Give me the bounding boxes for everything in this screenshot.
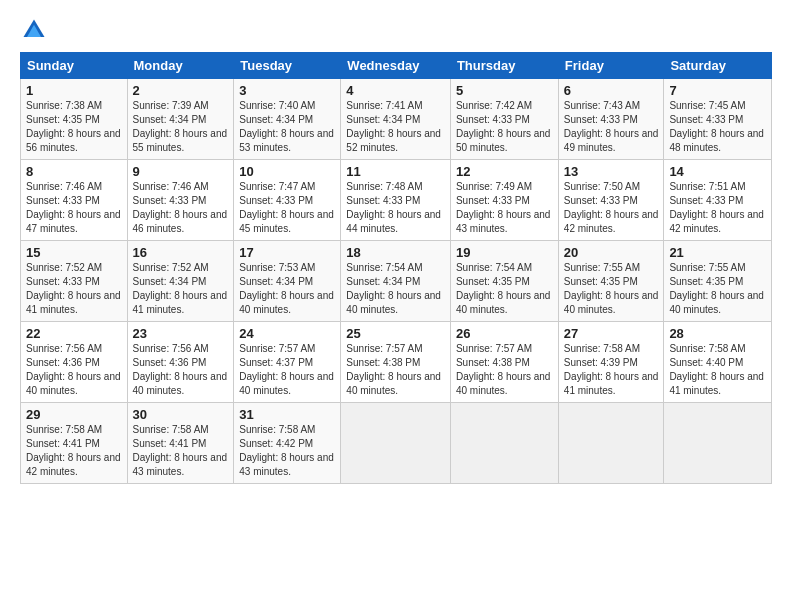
day-number: 17 [239,245,335,260]
calendar-cell: 8Sunrise: 7:46 AMSunset: 4:33 PMDaylight… [21,160,128,241]
day-number: 6 [564,83,659,98]
day-number: 10 [239,164,335,179]
day-number: 16 [133,245,229,260]
day-number: 2 [133,83,229,98]
day-info: Sunrise: 7:58 AMSunset: 4:41 PMDaylight:… [26,423,122,479]
day-info: Sunrise: 7:53 AMSunset: 4:34 PMDaylight:… [239,261,335,317]
header [20,16,772,44]
calendar-cell: 17Sunrise: 7:53 AMSunset: 4:34 PMDayligh… [234,241,341,322]
calendar-week-row: 15Sunrise: 7:52 AMSunset: 4:33 PMDayligh… [21,241,772,322]
day-info: Sunrise: 7:43 AMSunset: 4:33 PMDaylight:… [564,99,659,155]
calendar-cell [664,403,772,484]
day-info: Sunrise: 7:46 AMSunset: 4:33 PMDaylight:… [26,180,122,236]
day-info: Sunrise: 7:39 AMSunset: 4:34 PMDaylight:… [133,99,229,155]
calendar-week-row: 22Sunrise: 7:56 AMSunset: 4:36 PMDayligh… [21,322,772,403]
calendar-cell: 31Sunrise: 7:58 AMSunset: 4:42 PMDayligh… [234,403,341,484]
day-header: Thursday [450,53,558,79]
day-info: Sunrise: 7:47 AMSunset: 4:33 PMDaylight:… [239,180,335,236]
day-header: Monday [127,53,234,79]
page: SundayMondayTuesdayWednesdayThursdayFrid… [0,0,792,494]
day-number: 8 [26,164,122,179]
calendar-cell: 28Sunrise: 7:58 AMSunset: 4:40 PMDayligh… [664,322,772,403]
day-number: 5 [456,83,553,98]
day-number: 28 [669,326,766,341]
day-info: Sunrise: 7:58 AMSunset: 4:40 PMDaylight:… [669,342,766,398]
calendar-cell: 4Sunrise: 7:41 AMSunset: 4:34 PMDaylight… [341,79,451,160]
day-info: Sunrise: 7:40 AMSunset: 4:34 PMDaylight:… [239,99,335,155]
day-number: 13 [564,164,659,179]
calendar-cell: 30Sunrise: 7:58 AMSunset: 4:41 PMDayligh… [127,403,234,484]
day-number: 19 [456,245,553,260]
logo-area [20,16,52,44]
day-info: Sunrise: 7:38 AMSunset: 4:35 PMDaylight:… [26,99,122,155]
calendar-cell: 27Sunrise: 7:58 AMSunset: 4:39 PMDayligh… [558,322,664,403]
day-info: Sunrise: 7:52 AMSunset: 4:34 PMDaylight:… [133,261,229,317]
day-info: Sunrise: 7:45 AMSunset: 4:33 PMDaylight:… [669,99,766,155]
calendar-cell: 20Sunrise: 7:55 AMSunset: 4:35 PMDayligh… [558,241,664,322]
day-number: 26 [456,326,553,341]
day-number: 3 [239,83,335,98]
day-info: Sunrise: 7:55 AMSunset: 4:35 PMDaylight:… [669,261,766,317]
day-info: Sunrise: 7:46 AMSunset: 4:33 PMDaylight:… [133,180,229,236]
calendar-cell [558,403,664,484]
day-number: 22 [26,326,122,341]
day-number: 14 [669,164,766,179]
calendar-week-row: 29Sunrise: 7:58 AMSunset: 4:41 PMDayligh… [21,403,772,484]
day-number: 1 [26,83,122,98]
day-info: Sunrise: 7:57 AMSunset: 4:38 PMDaylight:… [346,342,445,398]
calendar-cell: 7Sunrise: 7:45 AMSunset: 4:33 PMDaylight… [664,79,772,160]
calendar-cell: 10Sunrise: 7:47 AMSunset: 4:33 PMDayligh… [234,160,341,241]
day-number: 23 [133,326,229,341]
calendar-cell [341,403,451,484]
calendar-cell: 5Sunrise: 7:42 AMSunset: 4:33 PMDaylight… [450,79,558,160]
calendar-cell: 24Sunrise: 7:57 AMSunset: 4:37 PMDayligh… [234,322,341,403]
day-header: Sunday [21,53,128,79]
day-header: Tuesday [234,53,341,79]
calendar-cell: 6Sunrise: 7:43 AMSunset: 4:33 PMDaylight… [558,79,664,160]
day-number: 11 [346,164,445,179]
calendar-week-row: 8Sunrise: 7:46 AMSunset: 4:33 PMDaylight… [21,160,772,241]
calendar-cell: 21Sunrise: 7:55 AMSunset: 4:35 PMDayligh… [664,241,772,322]
calendar-cell: 18Sunrise: 7:54 AMSunset: 4:34 PMDayligh… [341,241,451,322]
calendar-cell: 13Sunrise: 7:50 AMSunset: 4:33 PMDayligh… [558,160,664,241]
day-info: Sunrise: 7:58 AMSunset: 4:41 PMDaylight:… [133,423,229,479]
day-number: 20 [564,245,659,260]
calendar-body: 1Sunrise: 7:38 AMSunset: 4:35 PMDaylight… [21,79,772,484]
day-number: 15 [26,245,122,260]
day-info: Sunrise: 7:49 AMSunset: 4:33 PMDaylight:… [456,180,553,236]
day-info: Sunrise: 7:50 AMSunset: 4:33 PMDaylight:… [564,180,659,236]
day-info: Sunrise: 7:55 AMSunset: 4:35 PMDaylight:… [564,261,659,317]
calendar-cell: 9Sunrise: 7:46 AMSunset: 4:33 PMDaylight… [127,160,234,241]
calendar-cell: 23Sunrise: 7:56 AMSunset: 4:36 PMDayligh… [127,322,234,403]
calendar-cell: 19Sunrise: 7:54 AMSunset: 4:35 PMDayligh… [450,241,558,322]
calendar-header-row: SundayMondayTuesdayWednesdayThursdayFrid… [21,53,772,79]
calendar-table: SundayMondayTuesdayWednesdayThursdayFrid… [20,52,772,484]
day-number: 12 [456,164,553,179]
calendar-cell: 3Sunrise: 7:40 AMSunset: 4:34 PMDaylight… [234,79,341,160]
calendar-cell: 16Sunrise: 7:52 AMSunset: 4:34 PMDayligh… [127,241,234,322]
day-info: Sunrise: 7:57 AMSunset: 4:38 PMDaylight:… [456,342,553,398]
calendar-cell: 22Sunrise: 7:56 AMSunset: 4:36 PMDayligh… [21,322,128,403]
day-info: Sunrise: 7:42 AMSunset: 4:33 PMDaylight:… [456,99,553,155]
day-info: Sunrise: 7:57 AMSunset: 4:37 PMDaylight:… [239,342,335,398]
day-info: Sunrise: 7:58 AMSunset: 4:42 PMDaylight:… [239,423,335,479]
calendar-cell [450,403,558,484]
calendar-cell: 25Sunrise: 7:57 AMSunset: 4:38 PMDayligh… [341,322,451,403]
calendar-cell: 15Sunrise: 7:52 AMSunset: 4:33 PMDayligh… [21,241,128,322]
day-info: Sunrise: 7:58 AMSunset: 4:39 PMDaylight:… [564,342,659,398]
day-number: 27 [564,326,659,341]
calendar-cell: 1Sunrise: 7:38 AMSunset: 4:35 PMDaylight… [21,79,128,160]
day-number: 21 [669,245,766,260]
day-info: Sunrise: 7:54 AMSunset: 4:35 PMDaylight:… [456,261,553,317]
day-info: Sunrise: 7:52 AMSunset: 4:33 PMDaylight:… [26,261,122,317]
calendar-cell: 29Sunrise: 7:58 AMSunset: 4:41 PMDayligh… [21,403,128,484]
calendar-cell: 12Sunrise: 7:49 AMSunset: 4:33 PMDayligh… [450,160,558,241]
day-info: Sunrise: 7:56 AMSunset: 4:36 PMDaylight:… [26,342,122,398]
logo-icon [20,16,48,44]
day-header: Friday [558,53,664,79]
day-info: Sunrise: 7:56 AMSunset: 4:36 PMDaylight:… [133,342,229,398]
day-number: 29 [26,407,122,422]
day-number: 24 [239,326,335,341]
day-info: Sunrise: 7:51 AMSunset: 4:33 PMDaylight:… [669,180,766,236]
calendar-cell: 26Sunrise: 7:57 AMSunset: 4:38 PMDayligh… [450,322,558,403]
